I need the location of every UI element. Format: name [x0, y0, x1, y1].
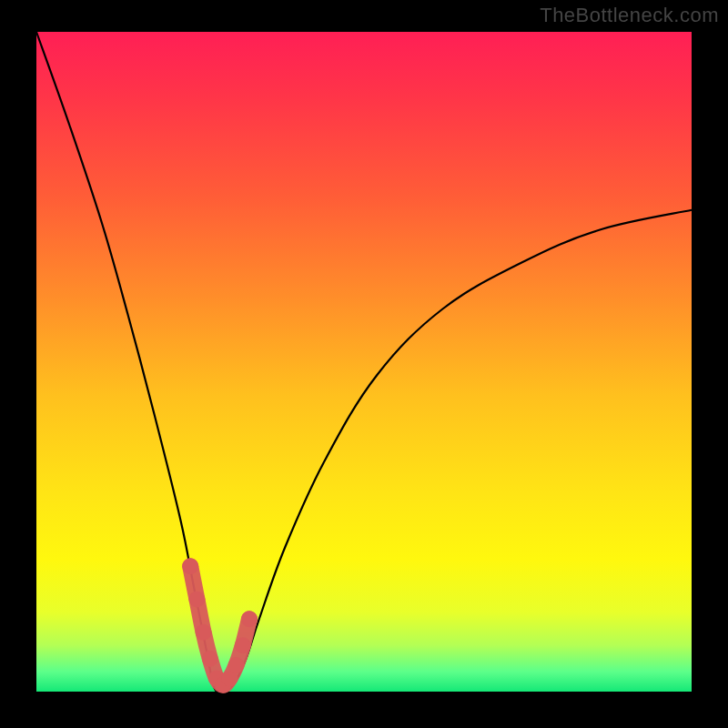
highlight-dot — [202, 651, 218, 667]
chart-svg — [0, 0, 728, 728]
plot-background — [36, 32, 692, 692]
highlight-dot — [196, 624, 212, 641]
highlight-dot — [235, 637, 251, 653]
highlight-dot — [228, 657, 245, 673]
highlight-dot — [182, 558, 198, 574]
watermark-text: TheBottleneck.com — [540, 4, 719, 27]
highlight-dot — [188, 592, 205, 608]
highlight-dot — [241, 611, 258, 627]
chart-frame: TheBottleneck.com — [0, 0, 728, 728]
